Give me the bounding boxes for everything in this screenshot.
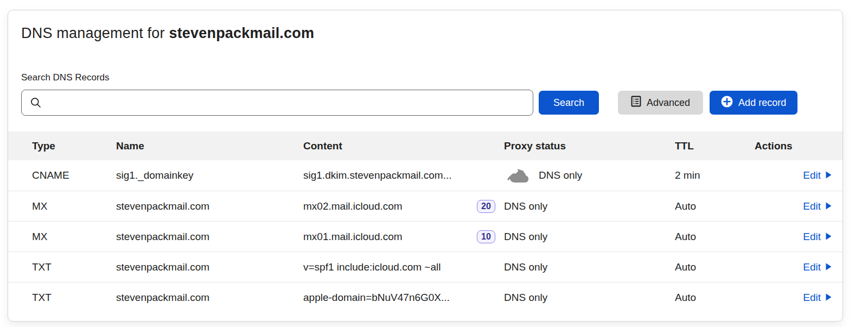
chevron-right-icon [826, 292, 832, 304]
add-record-button-label: Add record [738, 97, 786, 109]
proxy-status-cell: DNS only [504, 168, 675, 183]
chevron-right-icon [826, 169, 832, 181]
edit-link-label: Edit [803, 200, 821, 212]
record-type-cell: CNAME [32, 169, 116, 181]
record-content-text: apple-domain=bNuV47n6G0X... [303, 292, 450, 304]
table-row: MX stevenpackmail.com mx01.mail.icloud.c… [8, 221, 843, 251]
table-row: CNAME sig1._domainkey sig1.dkim.stevenpa… [8, 160, 843, 191]
record-content-text: mx01.mail.icloud.com [303, 231, 403, 243]
edit-link[interactable]: Edit [803, 200, 832, 212]
column-header-proxy-status: Proxy status [504, 140, 675, 152]
proxy-status-text: DNS only [504, 292, 547, 304]
advanced-button[interactable]: Advanced [618, 91, 703, 115]
search-button[interactable]: Search [539, 91, 599, 115]
record-content-cell: sig1.dkim.stevenpackmail.com... [303, 169, 504, 181]
dns-only-cloud-icon [506, 168, 530, 183]
ttl-cell: Auto [675, 231, 755, 243]
proxy-status-text: DNS only [504, 231, 547, 243]
search-label: Search DNS Records [21, 72, 829, 83]
proxy-status-cell: DNS only [504, 292, 675, 304]
actions-cell: Edit [755, 200, 832, 212]
record-content-text: v=spf1 include:icloud.com ~all [303, 261, 441, 273]
add-record-button[interactable]: Add record [710, 91, 797, 115]
record-name-cell: stevenpackmail.com [116, 231, 303, 243]
record-type-cell: MX [32, 231, 116, 243]
record-content-cell: v=spf1 include:icloud.com ~all [303, 261, 504, 273]
column-header-actions: Actions [755, 140, 832, 152]
edit-link-label: Edit [803, 231, 821, 243]
chevron-right-icon [826, 200, 832, 212]
actions-cell: Edit [755, 169, 832, 181]
record-content-text: sig1.dkim.stevenpackmail.com... [303, 169, 452, 181]
edit-link-label: Edit [803, 169, 821, 181]
record-name-cell: sig1._domainkey [116, 169, 303, 181]
table-row: TXT stevenpackmail.com apple-domain=bNuV… [8, 282, 843, 312]
ttl-cell: Auto [675, 261, 755, 273]
record-type-cell: TXT [32, 292, 116, 304]
column-header-content: Content [303, 140, 504, 152]
proxy-status-cell: DNS only [504, 261, 675, 273]
search-input[interactable] [21, 90, 533, 116]
record-content-cell: mx02.mail.icloud.com 20 [303, 200, 504, 213]
page-title-prefix: DNS management for [21, 25, 165, 41]
mx-priority-badge: 20 [477, 200, 495, 213]
record-name-cell: stevenpackmail.com [116, 261, 303, 273]
dns-records-table: Type Name Content Proxy status TTL Actio… [8, 131, 843, 312]
edit-link-label: Edit [803, 292, 821, 304]
ttl-cell: 2 min [675, 169, 755, 181]
proxy-status-cell: DNS only [504, 200, 675, 212]
page-title-domain: stevenpackmail.com [169, 25, 314, 41]
actions-cell: Edit [755, 231, 832, 243]
table-row: MX stevenpackmail.com mx02.mail.icloud.c… [8, 191, 843, 221]
page-title: DNS management for stevenpackmail.com [21, 24, 829, 42]
list-document-icon [631, 96, 641, 110]
proxy-status-cell: DNS only [504, 231, 675, 243]
record-type-cell: MX [32, 200, 116, 212]
record-name-cell: stevenpackmail.com [116, 200, 303, 212]
actions-cell: Edit [755, 292, 832, 304]
edit-link[interactable]: Edit [803, 169, 832, 181]
edit-link[interactable]: Edit [803, 292, 832, 304]
table-body: CNAME sig1._domainkey sig1.dkim.stevenpa… [8, 160, 843, 312]
edit-link[interactable]: Edit [803, 231, 832, 243]
edit-link[interactable]: Edit [803, 261, 832, 273]
table-header-row: Type Name Content Proxy status TTL Actio… [8, 131, 843, 160]
table-row: TXT stevenpackmail.com v=spf1 include:ic… [8, 251, 843, 282]
record-type-cell: TXT [32, 261, 116, 273]
search-button-label: Search [553, 97, 584, 109]
column-header-ttl: TTL [675, 140, 755, 152]
column-header-type: Type [32, 140, 116, 152]
mx-priority-badge: 10 [477, 230, 495, 243]
record-name-cell: stevenpackmail.com [116, 292, 303, 304]
record-content-cell: mx01.mail.icloud.com 10 [303, 230, 504, 243]
toolbar: Search Advanced [21, 90, 829, 116]
chevron-right-icon [826, 231, 832, 243]
proxy-status-text: DNS only [504, 200, 547, 212]
dns-management-card: DNS management for stevenpackmail.com Se… [8, 10, 843, 322]
record-content-text: mx02.mail.icloud.com [303, 200, 403, 212]
proxy-status-text: DNS only [539, 169, 582, 181]
chevron-right-icon [826, 261, 832, 273]
actions-cell: Edit [755, 261, 832, 273]
advanced-button-label: Advanced [647, 97, 690, 109]
plus-circle-icon [721, 96, 733, 110]
search-box [21, 90, 533, 116]
record-content-cell: apple-domain=bNuV47n6G0X... [303, 292, 504, 304]
ttl-cell: Auto [675, 292, 755, 304]
column-header-name: Name [116, 140, 303, 152]
proxy-status-text: DNS only [504, 261, 547, 273]
ttl-cell: Auto [675, 200, 755, 212]
edit-link-label: Edit [803, 261, 821, 273]
